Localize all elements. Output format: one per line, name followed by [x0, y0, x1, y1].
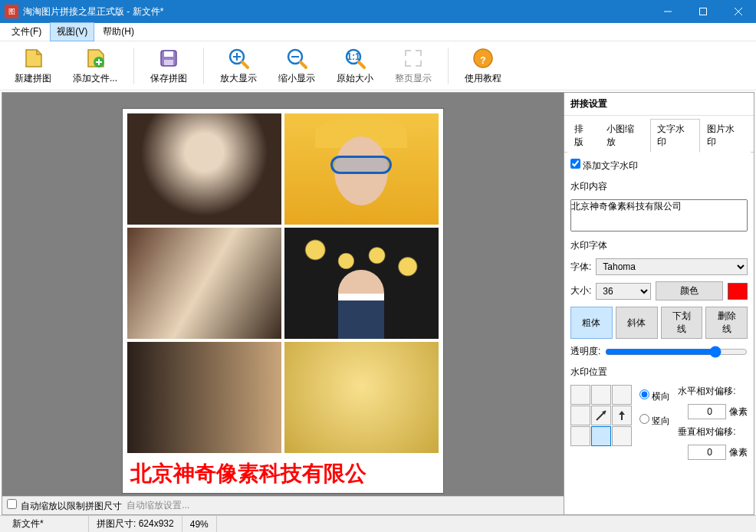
- orient-vertical-radio[interactable]: 竖向: [639, 414, 670, 428]
- auto-scale-checkbox[interactable]: 自动缩放以限制拼图尺寸: [7, 499, 122, 513]
- help-button[interactable]: ? 使用教程: [456, 42, 510, 89]
- opacity-slider[interactable]: [605, 346, 748, 358]
- fit-label: 整页显示: [395, 72, 432, 85]
- pos-br[interactable]: [612, 426, 632, 446]
- actual-label: 原始大小: [337, 72, 373, 85]
- italic-button[interactable]: 斜体: [616, 307, 658, 339]
- orient-v-label: 竖向: [652, 415, 670, 426]
- fit-page-button[interactable]: 整页显示: [386, 42, 440, 89]
- svg-line-15: [301, 62, 306, 67]
- menu-view[interactable]: 视图(V): [50, 22, 94, 41]
- font-name-label: 字体:: [570, 261, 591, 274]
- new-icon: [21, 46, 45, 71]
- color-swatch[interactable]: [728, 283, 748, 300]
- help-icon: ?: [471, 46, 495, 71]
- zoom-out-button[interactable]: 缩小显示: [270, 42, 324, 89]
- collage-cell[interactable]: [127, 228, 281, 339]
- toolbar-separator: [448, 48, 449, 84]
- svg-line-11: [242, 62, 248, 67]
- save-icon: [156, 46, 181, 71]
- svg-line-18: [359, 62, 364, 67]
- position-grid: [570, 385, 632, 446]
- zoom-in-button[interactable]: 放大显示: [212, 42, 265, 89]
- window-title: 淘淘图片拼接之星正式版 - 新文件*: [23, 5, 650, 18]
- font-name-select[interactable]: Tahoma: [596, 258, 748, 275]
- underline-button[interactable]: 下划线: [661, 307, 703, 339]
- zoom-out-label: 缩小显示: [278, 72, 315, 85]
- position-label: 水印位置: [570, 366, 748, 379]
- close-button[interactable]: [721, 0, 756, 23]
- zoom-in-label: 放大显示: [220, 72, 257, 85]
- orient-horizontal-radio[interactable]: 横向: [639, 389, 670, 403]
- actual-icon: 1:1: [343, 46, 367, 71]
- pos-tc[interactable]: [591, 385, 611, 405]
- window-controls: [650, 0, 756, 23]
- orient-h-label: 横向: [652, 391, 670, 402]
- svg-rect-9: [164, 60, 173, 65]
- strike-button[interactable]: 删除线: [705, 307, 748, 339]
- tab-text-watermark[interactable]: 文字水印: [650, 119, 701, 153]
- color-button[interactable]: 颜色: [656, 281, 723, 300]
- collage-cell[interactable]: [284, 342, 439, 453]
- watermark-content-input[interactable]: 北京神奇像素科技有限公司: [570, 199, 748, 232]
- offset-h-input[interactable]: [688, 404, 726, 419]
- pos-bc[interactable]: [591, 426, 611, 446]
- watermark-preview: 北京神奇像素科技有限公: [127, 456, 439, 488]
- status-filename: 新文件*: [5, 516, 89, 532]
- pos-mr[interactable]: [612, 406, 632, 425]
- collage-page[interactable]: 北京神奇像素科技有限公: [122, 108, 444, 494]
- canvas-area: 北京神奇像素科技有限公 自动缩放以限制拼图尺寸 自动缩放设置...: [2, 92, 564, 515]
- bold-button[interactable]: 粗体: [570, 307, 613, 339]
- minimize-button[interactable]: [650, 0, 685, 23]
- help-label: 使用教程: [465, 72, 501, 85]
- collage-cell[interactable]: [127, 113, 281, 225]
- collage-cell[interactable]: [284, 228, 439, 339]
- add-text-watermark-checkbox[interactable]: 添加文字水印: [570, 159, 748, 172]
- side-tabs: 排版 小图缩放 文字水印 图片水印: [564, 116, 754, 153]
- svg-marker-25: [619, 411, 625, 415]
- tab-image-watermark[interactable]: 图片水印: [700, 119, 751, 153]
- svg-rect-1: [700, 8, 707, 15]
- svg-text:?: ?: [480, 55, 485, 66]
- new-label: 新建拼图: [15, 72, 51, 85]
- toolbar-separator: [133, 48, 134, 84]
- tab-thumbnail[interactable]: 小图缩放: [600, 119, 650, 153]
- offset-v-label: 垂直相对偏移:: [678, 425, 748, 438]
- menubar: 文件(F) 视图(V) 帮助(H): [0, 23, 756, 41]
- pos-mc[interactable]: [591, 406, 611, 425]
- canvas-scroll[interactable]: 北京神奇像素科技有限公: [2, 93, 564, 496]
- workarea: 北京神奇像素科技有限公 自动缩放以限制拼图尺寸 自动缩放设置... 拼接设置 排…: [0, 90, 756, 515]
- toolbar: 新建拼图 添加文件... 保存拼图 放大显示 缩小显示 1:1 原始大小 整页显…: [0, 41, 756, 90]
- menu-help[interactable]: 帮助(H): [96, 22, 141, 41]
- add-text-wm-label: 添加文字水印: [583, 160, 638, 171]
- pos-tr[interactable]: [612, 385, 632, 405]
- statusbar: 新文件* 拼图尺寸: 624x932 49%: [0, 515, 756, 532]
- collage-cell[interactable]: [127, 342, 281, 453]
- svg-rect-8: [164, 51, 173, 57]
- new-collage-button[interactable]: 新建拼图: [6, 42, 60, 89]
- menu-file[interactable]: 文件(F): [5, 22, 48, 41]
- side-panel-title: 拼接设置: [564, 93, 754, 116]
- status-zoom: 49%: [182, 516, 217, 532]
- pos-tl[interactable]: [570, 385, 590, 405]
- maximize-button[interactable]: [685, 0, 721, 23]
- offset-h-unit: 像素: [729, 406, 748, 419]
- auto-scale-settings-link[interactable]: 自动缩放设置...: [127, 499, 189, 512]
- save-label: 保存拼图: [150, 72, 187, 85]
- font-size-select[interactable]: 36: [596, 283, 651, 300]
- pos-bl[interactable]: [570, 426, 590, 446]
- offset-h-label: 水平相对偏移:: [678, 385, 748, 398]
- svg-text:1:1: 1:1: [347, 51, 360, 62]
- pos-ml[interactable]: [570, 406, 590, 425]
- side-body: 添加文字水印 水印内容 北京神奇像素科技有限公司 水印字体 字体: Tahoma…: [564, 153, 754, 466]
- offset-v-input[interactable]: [688, 445, 726, 460]
- actual-size-button[interactable]: 1:1 原始大小: [328, 42, 382, 89]
- zoom-out-icon: [284, 46, 309, 71]
- titlebar: 图 淘淘图片拼接之星正式版 - 新文件*: [0, 0, 756, 23]
- offset-v-unit: 像素: [729, 446, 748, 459]
- add-file-button[interactable]: 添加文件...: [64, 42, 126, 89]
- zoom-in-icon: [226, 46, 251, 71]
- tab-layout[interactable]: 排版: [567, 119, 600, 153]
- save-collage-button[interactable]: 保存拼图: [142, 42, 196, 89]
- collage-cell[interactable]: [284, 113, 439, 225]
